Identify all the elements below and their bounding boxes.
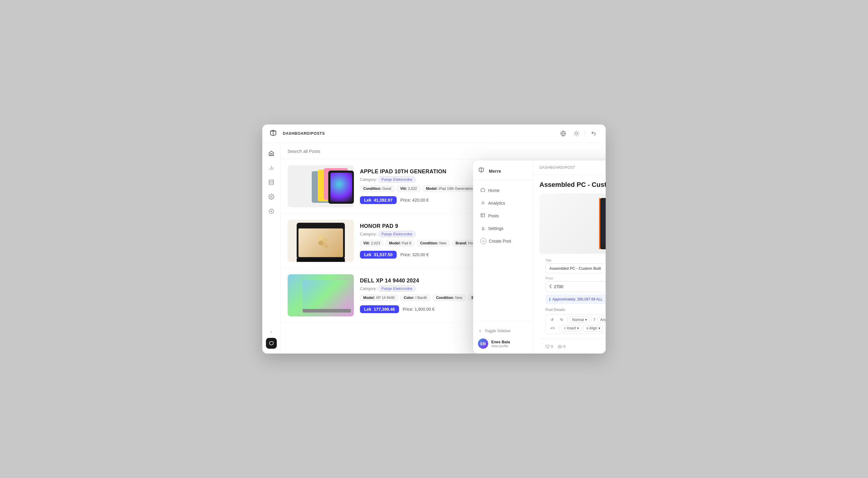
tag-condition-3: Condition: New <box>433 295 466 301</box>
overlay-nav-create[interactable]: + Create Post <box>475 235 531 247</box>
tag-model-2: Model: Pad 9 <box>386 240 414 246</box>
sidebar-item-home[interactable] <box>265 147 277 159</box>
tag-condition-2: Condition: New <box>417 240 450 246</box>
views-count: 0 <box>563 344 565 349</box>
back-icon[interactable] <box>589 129 598 138</box>
user-info: Enes Bala View profile <box>491 340 528 348</box>
svg-rect-25 <box>481 213 485 217</box>
user-name: Enes Bala <box>491 340 528 344</box>
redo-btn[interactable]: ↻ <box>558 317 566 323</box>
category-badge-2[interactable]: Paisje Elektronike <box>378 231 415 237</box>
font-select[interactable]: Arial ▾ <box>597 317 606 323</box>
overlay-nav-home[interactable]: Home <box>475 184 531 197</box>
code-btn[interactable]: <> <box>548 325 557 331</box>
flower-decoration <box>312 234 330 252</box>
overlay-content: DASHBOARD/POST Assembled PC - Custom Bui… <box>533 161 606 354</box>
svg-point-28 <box>482 227 484 229</box>
post-image-dell <box>288 274 354 317</box>
insert-select[interactable]: + Insert ▾ <box>561 325 582 331</box>
tag-condition: Condition: Good <box>360 185 395 192</box>
divider-1 <box>567 317 568 323</box>
divider-4 <box>559 326 559 331</box>
sidebar-expand-icon[interactable]: › <box>268 328 275 335</box>
overlay-main: Assembled PC - Custom Built <box>533 175 606 354</box>
overlay-user: EB Enes Bala View profile <box>478 335 528 349</box>
search-input[interactable] <box>288 149 598 154</box>
svg-point-21 <box>318 240 323 245</box>
price-euro-1: Price: 420.00 € <box>400 198 429 203</box>
overlay-nav-posts[interactable]: Posts <box>475 210 531 222</box>
footer-actions: Open In New Tab Edit Post <box>602 342 606 351</box>
sidebar-brand-icon[interactable] <box>266 338 277 349</box>
price-euro-2: Price: 320.00 € <box>400 252 429 257</box>
home-nav-icon <box>480 187 485 193</box>
font-value: Arial <box>600 318 606 322</box>
price-badge-lek-3: Lek 177,398.46 <box>360 305 399 313</box>
align-chevron-icon: ▾ <box>598 326 600 330</box>
overlay-sidebar-footer: Toggle Sidebar EB Enes Bala View profile <box>473 321 533 354</box>
settings-nav-icon <box>480 226 485 232</box>
align-label: ≡ Align <box>586 326 597 330</box>
overlay-post-image <box>539 193 606 254</box>
overlay-nav-posts-label: Posts <box>488 213 499 218</box>
likes-count: 0 <box>551 344 553 349</box>
insert-label: + Insert <box>564 326 576 330</box>
overlay-logo: Merre <box>473 161 533 180</box>
sidebar-item-add[interactable] <box>265 205 277 217</box>
undo-btn[interactable]: ↺ <box>548 317 556 323</box>
open-in-new-tab-btn[interactable]: Open In New Tab <box>602 342 606 351</box>
user-role[interactable]: View profile <box>491 344 528 348</box>
insert-chevron-icon: ▾ <box>577 326 579 330</box>
create-plus-icon: + <box>480 238 487 244</box>
overlay-nav-settings[interactable]: Settings <box>475 222 531 235</box>
editor-toolbar: ↺ ↻ Normal ▾ T Arial ▾ <box>546 315 606 334</box>
heart-icon <box>546 345 550 349</box>
tag-viti-2: Viti: 2,023 <box>360 240 383 246</box>
svg-line-4 <box>575 131 575 132</box>
overlay-nav: Home Analytics <box>473 180 533 321</box>
sun-icon[interactable] <box>571 129 581 138</box>
tag-color-3: Color: I Bardh <box>401 295 430 301</box>
top-bar: DASHBOARD/POSTS <box>262 124 606 143</box>
post-details-label: Post Details: <box>546 308 606 312</box>
overlay-nav-settings-label: Settings <box>488 226 503 231</box>
svg-point-44 <box>559 346 560 347</box>
price-input[interactable]: € 2700 ▲▼ <box>546 281 606 292</box>
category-badge-1[interactable]: Paisje Elektronike <box>378 176 415 183</box>
post-image-honor <box>288 220 354 262</box>
overlay-breadcrumb: DASHBOARD/POST <box>539 166 575 170</box>
user-avatar: EB <box>478 338 488 349</box>
main-window: DASHBOARD/POSTS <box>262 124 606 354</box>
overlay-top-bar: DASHBOARD/POST <box>533 161 606 175</box>
sidebar-item-analytics[interactable] <box>265 162 277 174</box>
title-input[interactable]: Assembled PC - Custom Built <box>546 263 606 273</box>
tag-viti: Viti: 2,022 <box>397 185 421 192</box>
globe-icon[interactable] <box>558 129 568 138</box>
overlay-nav-analytics[interactable]: Analytics <box>475 197 531 209</box>
info-text: Approximately: 266,097.69 ALL <box>552 297 603 301</box>
category-badge-3[interactable]: Paisje Elektronike <box>378 286 415 292</box>
price-value: 2700 <box>554 284 563 289</box>
info-box: ℹ Approximately: 266,097.69 ALL <box>546 295 606 304</box>
overlay-logo-icon <box>478 167 487 175</box>
overlay-post-area: Assembled PC - Custom Built <box>533 175 606 354</box>
sidebar-item-settings[interactable] <box>265 191 277 203</box>
svg-point-1 <box>575 132 578 135</box>
overlay-nav-home-label: Home <box>488 188 499 193</box>
overlay-create-label: Create Post <box>489 239 511 243</box>
sidebar-item-database[interactable] <box>265 176 277 188</box>
overlay-form: Title Assembled PC - Custom Built Price … <box>539 259 606 338</box>
svg-rect-31 <box>599 198 600 249</box>
toggle-sidebar-btn[interactable]: Toggle Sidebar <box>478 326 528 335</box>
align-select[interactable]: ≡ Align ▾ <box>583 325 603 331</box>
style-select[interactable]: Normal ▾ <box>569 317 590 323</box>
top-bar-actions <box>558 129 598 138</box>
search-bar <box>280 143 606 159</box>
views-stat: 0 <box>558 344 565 349</box>
app-logo-icon <box>270 129 278 138</box>
eye-icon <box>558 345 562 349</box>
posts-nav-icon <box>480 213 485 219</box>
divider-2 <box>591 317 592 323</box>
analytics-nav-icon <box>480 200 485 206</box>
price-badge-lek-2: Lek 31,537.50 <box>360 251 397 259</box>
